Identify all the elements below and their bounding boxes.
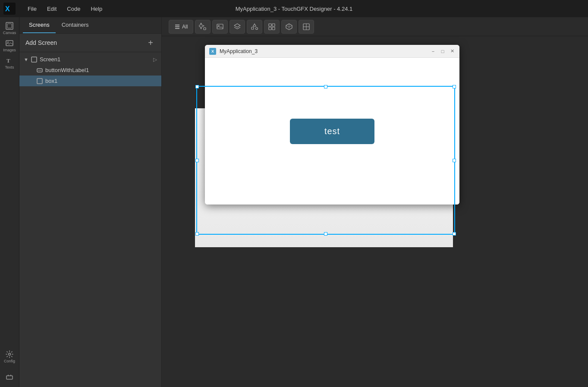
svg-point-20	[256, 27, 258, 29]
interactions-icon	[199, 23, 207, 31]
screen-tree: ▼ Screen1 ▷ buttonWithLabel1	[19, 52, 161, 387]
add-screen-row: Add Screen +	[19, 34, 161, 52]
preview-content: test	[205, 58, 459, 205]
svg-rect-16	[204, 28, 206, 30]
widget-toolbar: All	[162, 17, 588, 36]
canvas-viewport[interactable]: X MyApplication_3 − □ ✕ test	[162, 36, 588, 387]
sidebar-item-bottom[interactable]	[2, 370, 17, 385]
shapes-icon	[251, 23, 258, 31]
sidebar-item-texts[interactable]: T Texts	[2, 55, 17, 71]
app-title: MyApplication_3 - TouchGFX Designer - 4.…	[236, 6, 352, 12]
svg-rect-21	[269, 24, 271, 26]
screens-tabs: Screens Containers	[19, 17, 161, 34]
sidebar-item-images[interactable]: Images	[2, 38, 17, 53]
3d-icon	[285, 23, 293, 31]
menu-code[interactable]: Code	[62, 4, 85, 14]
window-close-button[interactable]: ✕	[449, 48, 455, 54]
titlebar-controls: − □ ✕	[430, 48, 455, 54]
layers-icon	[233, 23, 241, 31]
preview-titlebar: X MyApplication_3 − □ ✕	[205, 45, 459, 58]
tree-item-buttonwithlabel1[interactable]: buttonWithLabel1	[19, 65, 161, 76]
titlebar-icon: X	[209, 48, 216, 55]
main-layout: Canvas Images T Texts Config	[0, 17, 588, 387]
svg-rect-4	[6, 41, 13, 46]
handle-top-left[interactable]	[195, 85, 199, 88]
screens-panel: Screens Containers Add Screen + ▼ Screen…	[19, 17, 162, 387]
sidebar-texts-label: Texts	[5, 65, 14, 69]
handle-bottom-right[interactable]	[453, 232, 456, 236]
sidebar-config-label: Config	[4, 359, 15, 363]
preview-test-button[interactable]: test	[290, 119, 374, 144]
toolbar-3d-button[interactable]	[281, 20, 297, 34]
sidebar-item-canvas[interactable]: Canvas	[2, 21, 17, 36]
icon-sidebar: Canvas Images T Texts Config	[0, 17, 19, 387]
tree-box1-label: box1	[45, 78, 57, 84]
svg-rect-2	[6, 22, 13, 29]
svg-rect-3	[7, 24, 12, 28]
tab-containers[interactable]: Containers	[56, 17, 95, 33]
toolbar-containers-button[interactable]	[264, 20, 280, 34]
toolbar-shapes-button[interactable]	[247, 20, 262, 34]
tree-screen1-label: Screen1	[40, 56, 60, 63]
window-maximize-button[interactable]: □	[440, 48, 446, 54]
svg-rect-19	[252, 27, 254, 29]
svg-point-7	[9, 353, 11, 356]
menu-bar: X File Edit Code Help MyApplication_3 - …	[0, 0, 588, 17]
chevron-down-icon: ▼	[24, 57, 28, 62]
svg-rect-23	[269, 27, 271, 30]
app-logo: X	[3, 3, 16, 15]
svg-rect-8	[6, 376, 13, 379]
menu-edit[interactable]: Edit	[42, 4, 62, 14]
toolbar-layers-button[interactable]	[230, 20, 245, 34]
toolbar-interactions-button[interactable]	[195, 20, 211, 34]
play-button[interactable]: ▷	[153, 57, 157, 63]
box-icon	[37, 78, 43, 84]
menu-file[interactable]: File	[22, 4, 42, 14]
image-icon	[216, 23, 224, 31]
toolbar-all-label: All	[182, 24, 188, 30]
tree-item-box1[interactable]: box1	[19, 76, 161, 86]
svg-rect-22	[272, 24, 275, 26]
add-screen-button[interactable]: +	[146, 38, 155, 47]
svg-rect-9	[31, 57, 37, 62]
tree-buttonwithlabel1-label: buttonWithLabel1	[45, 67, 89, 73]
preview-window-title: MyApplication_3	[220, 48, 427, 54]
button-icon	[37, 67, 43, 73]
svg-rect-12	[37, 79, 42, 84]
window-minimize-button[interactable]: −	[430, 48, 436, 54]
svg-text:T: T	[6, 57, 10, 64]
sidebar-images-label: Images	[3, 48, 16, 52]
tree-item-screen1[interactable]: ▼ Screen1 ▷	[19, 54, 161, 65]
toolbar-images-button[interactable]	[212, 20, 228, 34]
screen-icon	[31, 57, 37, 63]
sidebar-item-config[interactable]: Config	[2, 349, 17, 365]
preview-window: X MyApplication_3 − □ ✕ test	[205, 45, 459, 205]
tab-screens[interactable]: Screens	[23, 17, 56, 33]
svg-rect-17	[217, 24, 223, 29]
containers-icon	[268, 23, 276, 31]
add-screen-label: Add Screen	[25, 39, 57, 46]
svg-point-5	[7, 42, 9, 43]
sidebar-canvas-label: Canvas	[3, 31, 16, 35]
toolbar-mixed-button[interactable]	[299, 20, 314, 34]
list-icon	[174, 24, 180, 30]
svg-text:X: X	[5, 5, 10, 13]
mixed-icon	[302, 23, 310, 31]
svg-rect-24	[272, 27, 275, 30]
menu-help[interactable]: Help	[85, 4, 107, 14]
toolbar-all-button[interactable]: All	[169, 20, 193, 34]
canvas-area: All	[162, 17, 588, 387]
